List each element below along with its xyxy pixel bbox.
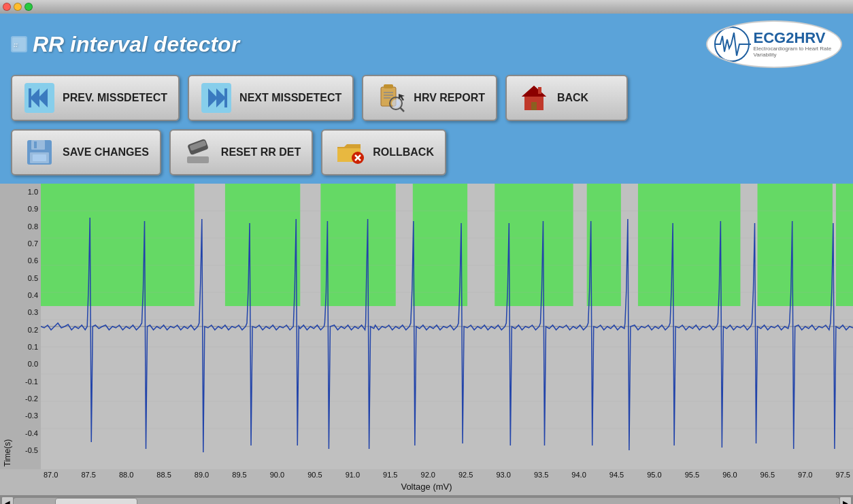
y-tick: 0.6: [15, 256, 38, 265]
y-tick: 0.3: [15, 308, 38, 316]
app-title: :: RR interval detector: [11, 32, 239, 57]
x-ticks-container: 87.087.588.088.589.089.590.090.591.091.5…: [41, 469, 853, 479]
rollback-button[interactable]: ROLLBACK: [321, 129, 446, 175]
y-tick: 1.0: [15, 188, 38, 196]
x-tick: 96.5: [760, 471, 775, 479]
title-bar: [0, 0, 853, 14]
prev-missdetect-button[interactable]: PREV. MISSDETECT: [11, 75, 180, 121]
y-tick: -0.2: [15, 394, 38, 403]
next-missdetect-button[interactable]: NEXT MISSDETECT: [188, 75, 354, 121]
svg-rect-33: [187, 156, 209, 163]
x-tick: 94.5: [609, 471, 624, 479]
x-tick: 87.0: [44, 471, 58, 479]
x-tick: 95.5: [685, 471, 699, 479]
x-tick: 97.0: [798, 471, 812, 479]
chart-area: Time(s) 1.00.90.80.70.60.50.40.30.20.10.…: [0, 184, 853, 469]
save-icon: [23, 136, 56, 169]
x-tick: 91.5: [383, 471, 397, 479]
y-tick: 0.4: [15, 291, 38, 299]
maximize-button[interactable]: [24, 3, 33, 11]
svg-rect-47: [758, 184, 833, 306]
scrollbar-thumb[interactable]: [55, 498, 137, 504]
y-tick: 0.9: [15, 205, 38, 213]
x-tick: 90.0: [270, 471, 284, 479]
y-tick: 0.0: [15, 360, 38, 368]
x-tick: 93.5: [534, 471, 548, 479]
home-icon: [518, 82, 550, 114]
x-tick: 91.0: [346, 471, 360, 479]
svg-rect-30: [33, 154, 46, 161]
y-tick: 0.7: [15, 239, 38, 248]
report-icon: [374, 82, 407, 114]
y-tick: 0.5: [15, 274, 38, 282]
x-tick: 97.5: [836, 471, 850, 479]
prev-missdetect-label: PREV. MISSDETECT: [63, 92, 167, 104]
toolbar-row-2: SAVE CHANGES RESET RR DET: [11, 129, 842, 175]
svg-rect-45: [587, 184, 621, 306]
svg-rect-6: [29, 88, 31, 107]
svg-line-19: [400, 107, 404, 112]
toolbar: PREV. MISSDETECT NEXT MISSDETECT: [0, 75, 853, 184]
y-axis-label: Time(s): [0, 184, 15, 469]
y-tick: -0.3: [15, 411, 38, 420]
x-tick: 89.0: [195, 471, 209, 479]
toolbar-row-1: PREV. MISSDETECT NEXT MISSDETECT: [11, 75, 842, 121]
svg-rect-13: [384, 84, 393, 88]
svg-rect-43: [413, 184, 467, 306]
logo-text: ECG2HRV Electrocardiogram to Heart Rate …: [754, 31, 835, 58]
x-tick: 88.5: [156, 471, 171, 479]
svg-marker-23: [522, 86, 546, 97]
scroll-left-arrow[interactable]: ◀: [1, 497, 14, 504]
x-tick: 94.0: [571, 471, 586, 479]
reset-rr-det-button[interactable]: RESET RR DET: [169, 129, 313, 175]
y-tick: -0.5: [15, 446, 38, 454]
svg-rect-40: [41, 184, 195, 306]
svg-rect-46: [638, 184, 741, 306]
header: :: RR interval detector ECG2HRV Electroc…: [0, 14, 853, 75]
svg-rect-10: [224, 88, 227, 107]
scrollbar-track[interactable]: [14, 498, 839, 504]
x-axis-label: Voltage (mV): [0, 479, 853, 495]
rollback-label: ROLLBACK: [373, 146, 434, 158]
svg-rect-27: [31, 140, 45, 150]
svg-rect-44: [495, 184, 573, 306]
svg-rect-24: [531, 102, 537, 110]
x-tick: 90.5: [307, 471, 322, 479]
minimize-button[interactable]: [14, 3, 22, 11]
close-button[interactable]: [3, 3, 11, 11]
rewind-icon: [23, 82, 56, 114]
scrollbar[interactable]: ◀ ▶: [0, 495, 853, 504]
svg-rect-42: [320, 184, 395, 306]
x-tick: 89.5: [232, 471, 246, 479]
reset-icon: [182, 136, 214, 169]
rollback-icon: [333, 136, 366, 169]
svg-text:::: ::: [14, 41, 18, 48]
logo: ECG2HRV Electrocardiogram to Heart Rate …: [706, 20, 842, 68]
y-tick: -0.4: [15, 429, 38, 437]
back-label: BACK: [557, 92, 588, 104]
hrv-report-button[interactable]: HRV REPORT: [362, 75, 497, 121]
chart-wrapper: Time(s) 1.00.90.80.70.60.50.40.30.20.10.…: [0, 184, 853, 495]
x-tick: 95.0: [647, 471, 661, 479]
y-tick: 0.1: [15, 343, 38, 351]
back-button[interactable]: BACK: [505, 75, 628, 121]
hrv-report-label: HRV REPORT: [414, 92, 485, 104]
svg-rect-41: [225, 184, 300, 306]
scroll-right-arrow[interactable]: ▶: [839, 497, 852, 504]
next-missdetect-label: NEXT MISSDETECT: [239, 92, 341, 104]
x-tick: 93.0: [496, 471, 510, 479]
chart-svg: [41, 184, 853, 469]
save-changes-button[interactable]: SAVE CHANGES: [11, 129, 161, 175]
ecg-logo-icon: [714, 26, 751, 63]
y-tick: 0.8: [15, 222, 38, 231]
svg-marker-20: [399, 94, 405, 101]
x-tick: 88.0: [119, 471, 133, 479]
app-icon: ::: [11, 36, 27, 52]
x-tick: 96.0: [722, 471, 737, 479]
x-tick: 87.5: [81, 471, 95, 479]
x-tick: 92.5: [458, 471, 473, 479]
y-axis-container: Time(s) 1.00.90.80.70.60.50.40.30.20.10.…: [0, 184, 41, 469]
y-tick: -0.1: [15, 377, 38, 386]
reset-rr-det-label: RESET RR DET: [221, 146, 301, 158]
svg-point-18: [392, 99, 400, 107]
